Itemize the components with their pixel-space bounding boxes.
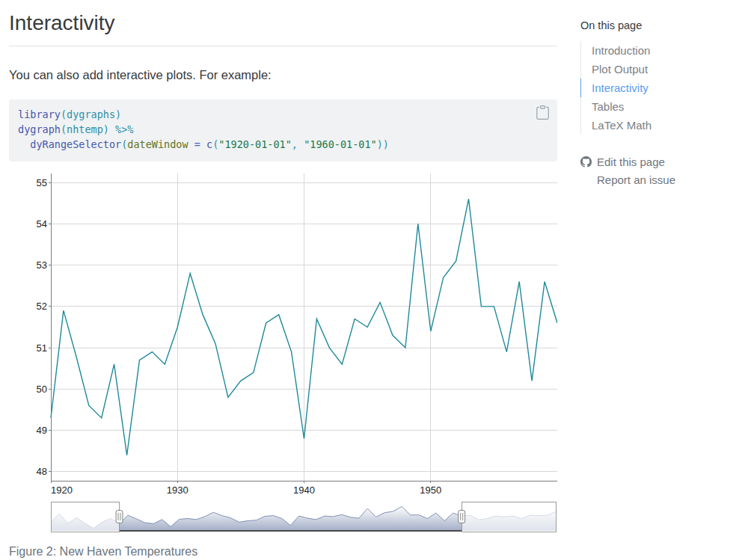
toc-link[interactable]: Introduction [581,41,741,60]
copy-code-button[interactable] [534,105,551,121]
toc-link[interactable]: LaTeX Math [581,116,741,135]
toc-heading: On this page [580,19,741,31]
report-an-issue-label: Report an issue [597,173,675,186]
on-this-page-sidebar: On this page IntroductionPlot OutputInte… [580,19,741,188]
svg-text:1950: 1950 [420,484,441,496]
report-an-issue-link[interactable]: Report an issue [580,170,741,188]
svg-text:55: 55 [37,176,47,188]
edit-this-page-link[interactable]: Edit this page [580,154,741,170]
selector-faded-left [51,502,120,532]
toc-item-plot-output[interactable]: Plot Output [581,60,741,79]
toc-item-interactivity[interactable]: Interactivity [580,79,741,97]
svg-text:1930: 1930 [167,484,188,496]
svg-text:52: 52 [37,301,47,312]
chart-tick-labels: 48495051525354551920193019401950 [37,176,442,495]
toc-link[interactable]: Interactivity [581,79,741,97]
toc-actions: Edit this page Report an issue [580,154,741,188]
range-selector-right-handle[interactable] [459,510,465,523]
svg-text:49: 49 [37,425,47,436]
toc-item-introduction[interactable]: Introduction [581,41,741,60]
range-selector-left-handle[interactable] [116,510,123,523]
figure: 48495051525354551920193019401950 Figure … [9,172,557,559]
github-icon [580,156,592,167]
chart-axes [49,173,557,483]
toc-link[interactable]: Tables [581,97,741,116]
svg-text:50: 50 [37,383,47,394]
edit-this-page-label: Edit this page [597,156,665,168]
main-content: Interactivity You can also add interacti… [9,0,557,559]
intro-paragraph: You can also add interactive plots. For … [9,66,557,84]
svg-text:51: 51 [37,342,47,353]
code-content: library(dygraphs) dygraph(nhtemp) %>% dy… [18,108,389,150]
clipboard-icon [534,105,551,120]
page-title: Interactivity [9,12,557,35]
code-block: library(dygraphs) dygraph(nhtemp) %>% dy… [9,99,557,161]
figure-caption: Figure 2: New Haven Temperatures [9,545,557,559]
code-pre: library(dygraphs) dygraph(nhtemp) %>% dy… [18,108,548,153]
toc-list: IntroductionPlot OutputInteractivityTabl… [580,41,741,135]
svg-text:48: 48 [37,466,47,477]
toc-link[interactable]: Plot Output [581,60,741,79]
range-selector[interactable] [9,501,557,534]
temperature-line-chart[interactable]: 48495051525354551920193019401950 [9,172,557,496]
title-divider [9,46,557,46]
svg-text:54: 54 [37,218,47,229]
svg-text:53: 53 [37,259,47,271]
toc-item-latex-math[interactable]: LaTeX Math [581,116,741,135]
svg-text:1940: 1940 [293,484,315,496]
selector-faded-right [462,502,556,532]
svg-text:1920: 1920 [51,484,73,496]
page: Interactivity You can also add interacti… [0,0,748,560]
toc-item-tables[interactable]: Tables [581,97,741,116]
